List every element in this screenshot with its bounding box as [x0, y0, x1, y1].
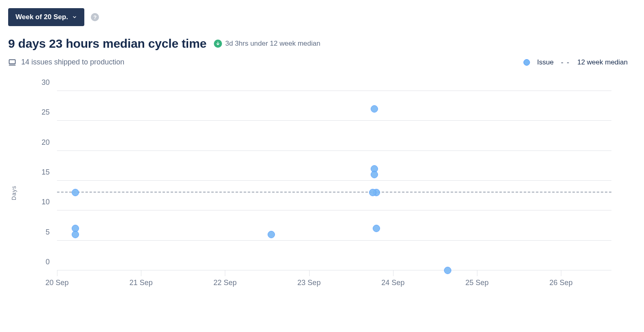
x-tick-label: 20 Sep: [45, 279, 68, 287]
delta-indicator: 3d 3hrs under 12 week median: [214, 40, 320, 48]
headline-row: 9 days 23 hours median cycle time 3d 3hr…: [8, 37, 628, 51]
help-icon[interactable]: ?: [91, 13, 99, 21]
grid-line: [57, 270, 611, 270]
x-tick: [393, 270, 393, 276]
x-tick-label: 25 Sep: [466, 279, 489, 287]
x-tick-label: 26 Sep: [549, 279, 573, 287]
shipped-summary: 14 issues shipped to production: [8, 58, 124, 66]
data-point[interactable]: [268, 231, 275, 238]
page-title: 9 days 23 hours median cycle time: [8, 37, 207, 51]
x-tick-label: 24 Sep: [381, 279, 404, 287]
grid-line: [57, 151, 611, 151]
data-point[interactable]: [369, 189, 376, 196]
svg-rect-0: [9, 60, 15, 64]
y-tick-label: 30: [42, 78, 50, 87]
legend-median-label: 12 week median: [577, 58, 628, 66]
y-tick-label: 0: [46, 258, 50, 266]
x-tick: [561, 270, 561, 276]
x-tick: [309, 270, 310, 276]
week-selector-button[interactable]: Week of 20 Sep.: [8, 8, 84, 26]
data-point[interactable]: [371, 171, 378, 178]
x-tick-label: 23 Sep: [297, 279, 321, 287]
legend-issue-dot-icon: [523, 59, 530, 66]
grid-line: [57, 180, 611, 181]
x-tick: [141, 270, 141, 276]
reference-line: [57, 192, 611, 193]
data-point[interactable]: [373, 225, 380, 232]
shipped-text: 14 issues shipped to production: [21, 58, 124, 66]
y-tick-label: 10: [42, 198, 50, 206]
grid-line: [57, 240, 611, 241]
grid-line: [57, 210, 611, 210]
x-tick: [57, 270, 57, 276]
chart-legend: Issue - - 12 week median: [523, 58, 628, 66]
y-tick-label: 15: [42, 168, 50, 177]
sub-row: 14 issues shipped to production Issue - …: [8, 58, 628, 66]
arrow-down-circle-icon: [214, 40, 222, 48]
x-tick: [477, 270, 477, 276]
x-tick: [225, 270, 225, 276]
chevron-down-icon: [72, 15, 77, 20]
x-tick-label: 21 Sep: [130, 279, 153, 287]
data-point[interactable]: [371, 105, 378, 113]
delta-text: 3d 3hrs under 12 week median: [225, 40, 320, 48]
grid-line: [57, 91, 611, 91]
y-tick-label: 20: [42, 138, 50, 146]
plot-area: 05101520253020 Sep21 Sep22 Sep23 Sep24 S…: [57, 91, 611, 270]
toolbar: Week of 20 Sep. ?: [8, 8, 628, 26]
y-tick-label: 25: [42, 108, 50, 117]
x-tick-label: 22 Sep: [213, 279, 237, 287]
legend-dashed-icon: - -: [561, 58, 570, 66]
week-selector-label: Week of 20 Sep.: [15, 13, 68, 21]
monitor-icon: [8, 58, 16, 66]
y-tick-label: 5: [46, 228, 50, 236]
legend-issue-label: Issue: [537, 58, 554, 66]
data-point[interactable]: [72, 189, 79, 196]
y-axis-label: Days: [11, 186, 17, 200]
grid-line: [57, 120, 611, 121]
data-point[interactable]: [444, 267, 451, 274]
data-point[interactable]: [72, 231, 79, 238]
cycle-time-chart: Days 05101520253020 Sep21 Sep22 Sep23 Se…: [16, 83, 628, 303]
